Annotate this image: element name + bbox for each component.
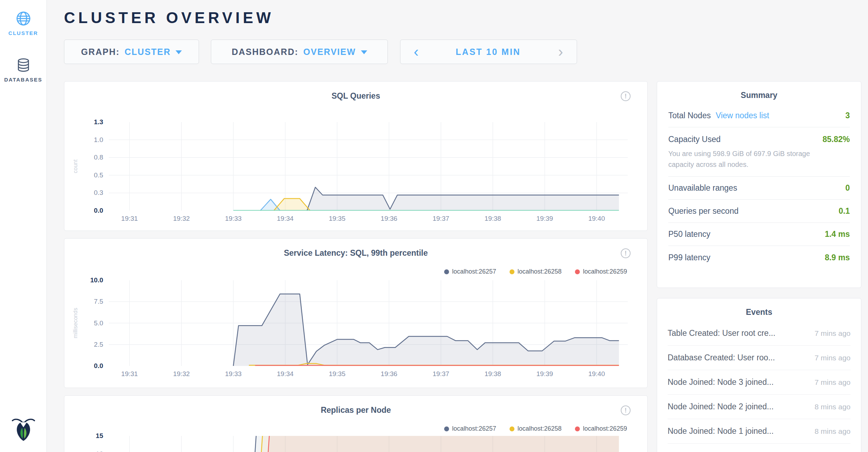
x-axis-tick-label: 19:37 [425,370,457,378]
time-range-prev-button[interactable]: ‹ [400,40,432,64]
x-axis-tick-label: 19:36 [373,215,405,223]
database-icon [15,57,31,73]
summary-row-total-nodes: Total NodesView nodes list 3 [668,104,850,127]
capacity-used-subtext: You are using 598.9 GiB of 697.9 GiB sto… [668,148,822,170]
y-axis-unit-label: milliseconds [72,280,80,366]
events-panel: Events Table Created: User root cre... 7… [657,298,861,452]
y-axis-tick-label: 0.0 [80,362,103,370]
y-axis-tick-label: 10.0 [80,276,103,284]
info-icon[interactable]: ! [621,405,631,415]
dashboard-dropdown[interactable]: DASHBOARD: OVERVIEW [211,40,388,64]
y-axis-tick-label: 5.0 [80,319,103,327]
x-axis-tick-label: 19:39 [529,370,561,378]
y-axis-tick-label: 1.3 [80,118,103,126]
legend-item: localhost:26258 [510,425,562,432]
legend-dot [575,426,580,431]
service-latency-panel: Service Latency: SQL, 99th percentile ! … [64,238,648,388]
legend-item: localhost:26257 [444,268,496,275]
x-axis-tick-label: 19:40 [581,370,612,378]
sidebar-item-databases[interactable]: DATABASES [0,57,47,83]
event-row[interactable]: Node Joined: Node 3 joined... 7 mins ago [668,370,851,395]
chart-title: Service Latency: SQL, 99th percentile [64,248,647,258]
legend-dot [575,269,580,274]
globe-icon [15,10,31,27]
replicas-per-node-chart: 19:3119:3219:3319:3419:3519:3619:3719:38… [109,436,628,452]
y-axis-tick-label: 15 [80,432,103,440]
x-axis-tick-label: 19:40 [581,215,612,223]
chart-legend: localhost:26257 localhost:26258 localhos… [444,268,627,275]
x-axis-tick-label: 19:34 [270,215,301,223]
service-latency-chart: 19:3119:3219:3319:3419:3519:3619:3719:38… [109,280,628,366]
page-title: CLUSTER OVERVIEW [64,9,274,27]
x-axis-tick-label: 19:33 [218,215,249,223]
x-axis-tick-label: 19:32 [166,370,197,378]
sql-queries-panel: SQL Queries ! 19:3119:3219:3319:3419:351… [64,81,648,231]
time-range-value[interactable]: LAST 10 MIN [432,40,545,64]
event-row[interactable]: Node Joined: Node 1 joined... 8 mins ago [668,419,851,444]
graph-dropdown[interactable]: GRAPH: CLUSTER [64,40,199,64]
chart-title: SQL Queries [64,91,647,101]
dashboard-dropdown-label: DASHBOARD: [232,47,298,57]
chart-title: Replicas per Node [64,405,647,415]
time-range-next-button[interactable]: › [545,40,577,64]
sidebar: CLUSTER DATABASES [0,0,47,452]
sql-queries-chart: 19:3119:3219:3319:3419:3519:3619:3719:38… [109,122,628,211]
sidebar-item-label: DATABASES [0,77,47,83]
cluster-overview-page: CLUSTER DATABASES CLUSTER OVERVIEW GRAPH… [0,0,868,452]
p99-latency-value: 8.9 ms [825,253,850,262]
p50-latency-value: 1.4 ms [825,229,850,239]
y-axis-tick-label: 0.5 [80,171,103,179]
dashboard-dropdown-value: OVERVIEW [303,47,356,57]
time-range-selector: ‹ LAST 10 MIN › [400,40,577,64]
x-axis-tick-label: 19:31 [114,215,145,223]
chevron-down-icon [176,50,182,54]
legend-dot [444,269,449,274]
x-axis-tick-label: 19:31 [114,370,145,378]
x-axis-tick-label: 19:36 [373,370,405,378]
legend-item: localhost:26259 [575,268,627,275]
y-axis-unit-label: count [72,122,80,211]
cockroachdb-logo-icon [11,416,36,442]
summary-row-p50-latency: P50 latency 1.4 ms [668,223,850,246]
summary-row-capacity-used: Capacity Used 85.82% You are using 598.9… [668,127,850,177]
events-title: Events [657,308,861,317]
total-nodes-value: 3 [845,111,850,120]
x-axis-tick-label: 19:37 [425,215,457,223]
x-axis-tick-label: 19:35 [321,215,353,223]
sidebar-item-cluster[interactable]: CLUSTER [0,10,47,36]
legend-dot [444,426,449,431]
capacity-used-value: 85.82% [823,135,850,144]
x-axis-tick-label: 19:38 [477,215,508,223]
unavailable-ranges-value: 0 [845,183,850,193]
view-nodes-list-link[interactable]: View nodes list [716,111,769,120]
replicas-per-node-panel: Replicas per Node ! localhost:26257 loca… [64,395,648,452]
info-icon[interactable]: ! [621,248,631,258]
summary-row-queries-per-second: Queries per second 0.1 [668,200,850,223]
y-axis-tick-label: 2.5 [80,341,103,348]
legend-item: localhost:26259 [575,425,627,432]
graph-dropdown-label: GRAPH: [81,47,120,57]
queries-per-second-value: 0.1 [839,206,850,216]
sidebar-item-label: CLUSTER [0,30,47,36]
y-axis-tick-label: 7.5 [80,298,103,305]
event-row[interactable]: Node Joined: Node 2 joined... 8 mins ago [668,395,851,419]
info-icon[interactable]: ! [621,91,631,101]
graph-dropdown-value: CLUSTER [124,47,171,57]
y-axis-tick-label: 0.0 [80,207,103,214]
y-axis-tick-label: 1.0 [80,136,103,144]
event-row[interactable]: Database Created: User roo... 7 mins ago [668,346,851,370]
y-axis-tick-label: 0.8 [80,154,103,161]
chevron-down-icon [361,50,367,54]
legend-item: localhost:26257 [444,425,496,432]
x-axis-tick-label: 19:34 [270,370,301,378]
x-axis-tick-label: 19:33 [218,370,249,378]
summary-row-unavailable-ranges: Unavailable ranges 0 [668,177,850,200]
summary-title: Summary [657,91,861,100]
x-axis-tick-label: 19:38 [477,370,508,378]
y-axis-tick-label: 0.3 [80,189,103,197]
event-row[interactable]: Table Created: User root cre... 7 mins a… [668,321,851,346]
summary-row-p99-latency: P99 latency 8.9 ms [668,246,850,269]
chart-legend: localhost:26257 localhost:26258 localhos… [444,425,627,432]
x-axis-tick-label: 19:32 [166,215,197,223]
legend-dot [510,426,514,431]
